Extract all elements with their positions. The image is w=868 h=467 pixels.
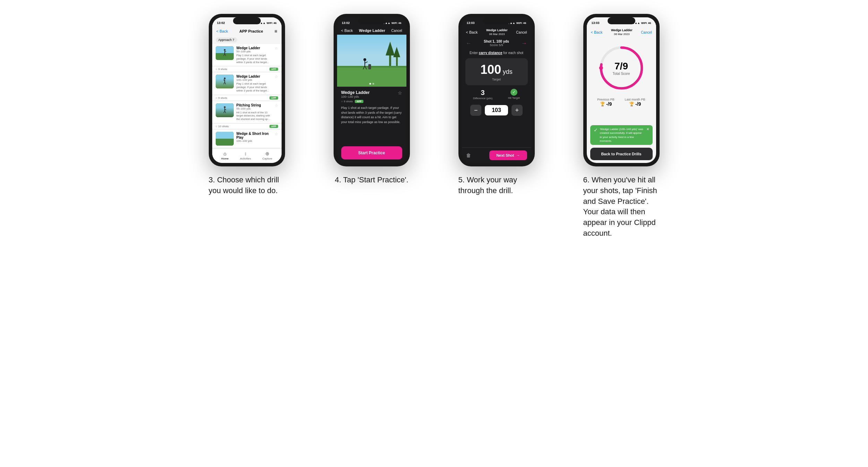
battery-icon: 46 <box>274 21 277 25</box>
phone2-back-button[interactable]: < Back <box>341 28 353 33</box>
increment-button[interactable]: + <box>512 105 523 116</box>
tab-capture[interactable]: ⊕ Capture <box>263 151 272 160</box>
detail-shots: ○ 9 shots <box>341 100 353 103</box>
phone3-cancel-button[interactable]: Cancel <box>516 31 527 34</box>
detail-desc: Play 1 shot at each target yardage. If y… <box>341 106 402 124</box>
drill-card-4[interactable]: Wedge & Short Iron Play 100–140 yds ☆ <box>212 130 282 148</box>
detail-name: Wedge Ladder <box>341 90 370 95</box>
phone2-time: 13:02 <box>342 21 350 25</box>
hit-target-icon: ✓ <box>510 89 517 96</box>
phone1-caption: 3. Choose which drill you would like to … <box>209 175 285 196</box>
carry-distance-emphasis: carry distance <box>479 51 502 55</box>
phone2-drill-image <box>337 35 406 87</box>
drill-bookmark-2[interactable]: ☆ <box>275 75 278 79</box>
phone3: 13:03 ▲▲▲ WiFi 46 < Back Wedge Ladder 06… <box>458 14 535 166</box>
svg-point-30 <box>599 66 603 70</box>
phone2-nav-title: Wedge Ladder <box>359 28 385 33</box>
activities-icon: ↕ <box>244 151 247 156</box>
svg-point-10 <box>224 106 225 108</box>
shots-badge-2: ○ 9 shots <box>216 96 227 100</box>
next-shot-button[interactable]: Next Shot → <box>489 150 527 160</box>
delete-icon[interactable]: 🗑 <box>466 153 471 158</box>
drill-name-3: Pitching String <box>237 103 272 107</box>
drill-info-3: Pitching String 55–100 yds Hit 1 shot at… <box>237 103 272 121</box>
phone1-nav: < Back APP Practice ≡ <box>212 27 282 36</box>
phone2-cancel-button[interactable]: Cancel <box>391 29 402 33</box>
image-dots <box>369 83 374 85</box>
drill-bookmark-3[interactable]: ☆ <box>275 103 278 108</box>
phone4-section: 13:03 ▲▲▲ WiFi 46 < Back Wedge Ladder 06… <box>566 14 677 239</box>
tab-activities[interactable]: ↕ Activities <box>240 151 251 160</box>
phone1-back-button[interactable]: < Back <box>216 29 228 33</box>
difference-stat: 3 Difference (yds) <box>473 89 492 100</box>
drill-bookmark-4[interactable]: ☆ <box>275 132 278 136</box>
svg-rect-27 <box>368 64 371 69</box>
hit-target-label: Hit Target <box>508 96 520 100</box>
yardage-input-display[interactable]: 103 <box>485 105 508 115</box>
score-main-value: 7/9 <box>612 61 630 72</box>
clock-icon-2: ○ <box>216 96 217 100</box>
svg-line-7 <box>224 82 225 84</box>
drill-desc-2: Play 1 shot at each target yardage. If y… <box>237 82 272 92</box>
phone2-detail: Wedge Ladder 100–140 yds ☆ ○ 9 shots APP… <box>337 87 406 143</box>
detail-bookmark[interactable]: ☆ <box>398 90 402 96</box>
phone1: 13:02 ▲▲▲ WiFi 46 < Back APP Practice ≡ <box>209 14 285 166</box>
phone1-section-label: Approach 7 <box>216 37 237 42</box>
decrement-button[interactable]: − <box>470 105 481 116</box>
trophy-icon-2: 🏆 <box>629 102 634 106</box>
prev-shot-arrow[interactable]: ← <box>466 40 472 46</box>
difference-value: 3 <box>473 89 492 97</box>
next-shot-arrow[interactable]: → <box>522 40 527 46</box>
detail-range: 100–140 yds <box>341 95 370 98</box>
phone1-menu-icon[interactable]: ≡ <box>274 28 277 34</box>
phone3-screen: 13:03 ▲▲▲ WiFi 46 < Back Wedge Ladder 06… <box>462 17 531 163</box>
target-yds-value: 100 <box>480 62 501 77</box>
phone4-screen: 13:03 ▲▲▲ WiFi 46 < Back Wedge Ladder 06… <box>587 17 656 163</box>
target-display: 100 yds Target <box>465 58 528 85</box>
capture-icon: ⊕ <box>265 151 269 156</box>
phone1-screen: 13:02 ▲▲▲ WiFi 46 < Back APP Practice ≡ <box>212 17 282 163</box>
drill-card-3[interactable]: Pitching String 55–100 yds Hit 1 shot at… <box>212 101 282 123</box>
phone4-cancel-button[interactable]: Cancel <box>641 31 652 34</box>
back-to-drills-button[interactable]: Back to Practice Drills <box>590 148 653 160</box>
tab-home[interactable]: ⌂ Home <box>221 151 229 160</box>
success-banner: ✓ 'Wedge Ladder (100–140 yds)' was creat… <box>590 125 653 145</box>
start-practice-button[interactable]: Start Practice <box>341 146 402 159</box>
shot-label: Shot 1, 100 yds <box>484 40 509 43</box>
phone4-nav-title: Wedge Ladder 06 Mar 2023 <box>611 28 633 36</box>
drill-thumb-3 <box>216 103 234 117</box>
shot-score: Score 5/9 <box>484 43 509 47</box>
prev-pb-label: Previous PB <box>597 98 615 101</box>
success-close-button[interactable]: ✕ <box>646 127 649 131</box>
drill-thumb-2 <box>216 75 234 88</box>
phone3-nav-title: Wedge Ladder 06 Mar 2023 <box>486 28 508 36</box>
drill-footer-2: ○ 9 shots APP <box>212 95 282 101</box>
score-circle: 7/9 Total Score <box>597 44 646 92</box>
shots-badge-1: ○ 9 shots <box>216 68 227 71</box>
svg-point-22 <box>363 58 366 61</box>
drill-range-4: 100–140 yds <box>237 139 272 142</box>
phone3-back-button[interactable]: < Back <box>466 30 478 34</box>
svg-line-2 <box>224 54 225 56</box>
prev-pb-value: 🏆 -/9 <box>597 101 615 107</box>
drill-card-1[interactable]: Wedge Ladder 50–100 yds Play 1 shot at e… <box>212 44 282 66</box>
drill-range-2: 100–140 yds <box>237 78 272 81</box>
detail-meta: ○ 9 shots APP <box>341 100 402 103</box>
phone4-nav: < Back Wedge Ladder 06 Mar 2023 Cancel <box>587 27 656 38</box>
score-label: Total Score <box>612 72 630 76</box>
drill-bookmark-1[interactable]: ☆ <box>275 46 278 51</box>
battery-icon-4: 46 <box>648 21 651 25</box>
target-label: Target <box>470 78 524 81</box>
drill-name-1: Wedge Ladder <box>237 46 272 50</box>
shots-badge-3: ○ 10 shots <box>216 125 229 128</box>
phone3-nav: < Back Wedge Ladder 06 Mar 2023 Cancel <box>462 27 531 38</box>
score-text: 7/9 Total Score <box>612 61 630 76</box>
svg-line-3 <box>225 54 226 56</box>
last-month-value: 🏆 -/9 <box>625 101 645 107</box>
drill-info-1: Wedge Ladder 50–100 yds Play 1 shot at e… <box>237 46 272 64</box>
drill-desc-1: Play 1 shot at each target yardage. If y… <box>237 54 272 64</box>
shot-stats: 3 Difference (yds) ✓ Hit Target <box>465 89 528 100</box>
svg-point-5 <box>224 78 225 79</box>
phone4-back-button[interactable]: < Back <box>591 30 603 34</box>
drill-card-2[interactable]: Wedge Ladder 100–140 yds Play 1 shot at … <box>212 72 282 95</box>
